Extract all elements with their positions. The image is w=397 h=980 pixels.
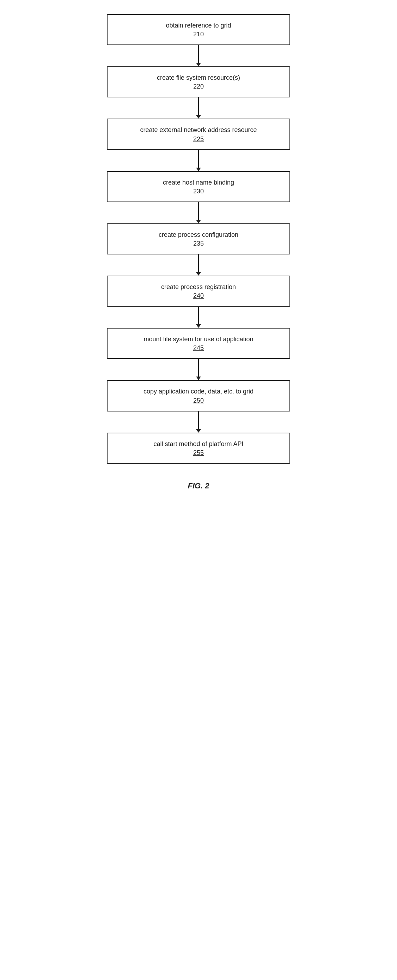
step-230-label: create host name binding (114, 178, 283, 187)
arrow-head-7 (196, 377, 201, 380)
step-250-label: copy application code, data, etc. to gri… (114, 387, 283, 396)
arrow-line-2 (198, 97, 199, 115)
step-245-box: mount file system for use of application… (107, 328, 290, 359)
arrow-5 (196, 255, 201, 275)
step-240-ref: 240 (114, 292, 283, 300)
arrow-8 (196, 412, 201, 433)
figure-label: FIG. 2 (187, 481, 209, 490)
arrow-line-8 (198, 412, 199, 429)
step-245-ref: 245 (114, 344, 283, 352)
step-250-ref: 250 (114, 397, 283, 404)
arrow-line-1 (198, 45, 199, 63)
step-220-label: create file system resource(s) (114, 73, 283, 82)
step-240-label: create process registration (114, 283, 283, 291)
arrow-line-4 (198, 202, 199, 220)
step-225-label: create external network address resource (114, 126, 283, 134)
step-230-box: create host name binding 230 (107, 171, 290, 202)
arrow-3 (196, 150, 201, 171)
step-235-ref: 235 (114, 240, 283, 247)
arrow-head-4 (196, 220, 201, 223)
step-220-box: create file system resource(s) 220 (107, 66, 290, 97)
step-210-label: obtain reference to grid (114, 21, 283, 30)
arrow-line-7 (198, 359, 199, 377)
arrow-line-5 (198, 255, 199, 272)
step-255-box: call start method of platform API 255 (107, 433, 290, 464)
arrow-head-1 (196, 63, 201, 66)
arrow-head-8 (196, 429, 201, 433)
arrow-head-2 (196, 115, 201, 119)
step-225-box: create external network address resource… (107, 119, 290, 150)
arrow-line-6 (198, 307, 199, 324)
step-250-box: copy application code, data, etc. to gri… (107, 380, 290, 411)
step-235-box: create process configuration 235 (107, 223, 290, 255)
step-255-ref: 255 (114, 449, 283, 457)
step-240-box: create process registration 240 (107, 275, 290, 307)
arrow-6 (196, 307, 201, 328)
step-225-ref: 225 (114, 135, 283, 143)
arrow-7 (196, 359, 201, 380)
step-245-label: mount file system for use of application (114, 335, 283, 344)
step-230-ref: 230 (114, 188, 283, 195)
step-210-box: obtain reference to grid 210 (107, 14, 290, 45)
arrow-2 (196, 97, 201, 119)
arrow-line-3 (198, 150, 199, 168)
step-255-label: call start method of platform API (114, 440, 283, 449)
step-210-ref: 210 (114, 31, 283, 38)
arrow-head-3 (196, 168, 201, 171)
step-235-label: create process configuration (114, 231, 283, 239)
arrow-head-6 (196, 324, 201, 328)
flowchart-diagram: obtain reference to grid 210 create file… (93, 14, 304, 490)
arrow-head-5 (196, 272, 201, 275)
arrow-1 (196, 45, 201, 66)
step-220-ref: 220 (114, 83, 283, 90)
arrow-4 (196, 202, 201, 223)
